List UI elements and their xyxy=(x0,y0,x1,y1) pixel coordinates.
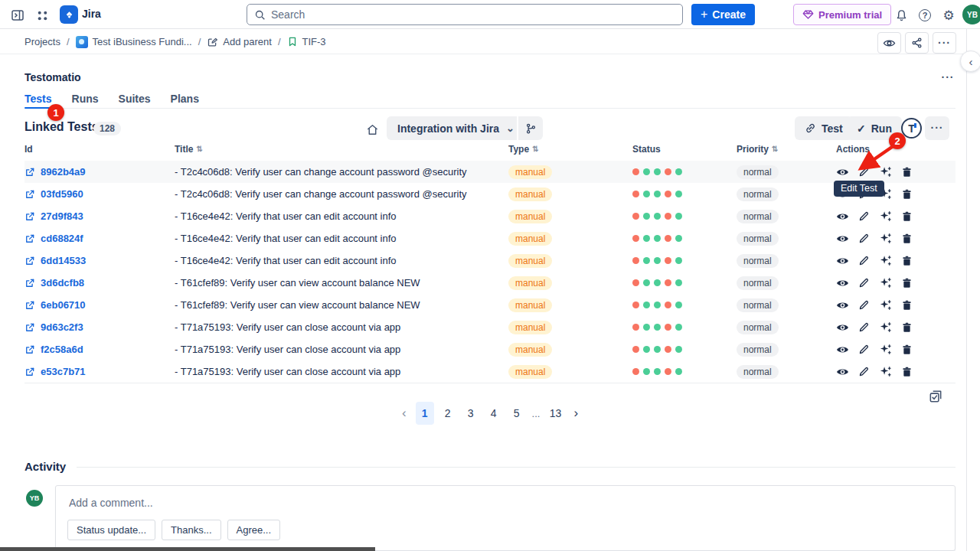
pagination-page-1[interactable]: 1 xyxy=(416,402,434,425)
table-row[interactable]: 8962b4a9 - T2c4c06d8: Verify user can ch… xyxy=(24,161,956,183)
page-more-icon[interactable]: ··· xyxy=(933,32,956,54)
pagination-page-2[interactable]: 2 xyxy=(439,402,457,425)
add-parent-button[interactable]: Add parent xyxy=(207,36,272,47)
edit-pencil-icon[interactable] xyxy=(858,254,871,267)
table-row[interactable]: 3d6dcfb8 - T61cfef89: Verify user can vi… xyxy=(24,272,956,294)
delete-trash-icon[interactable] xyxy=(900,165,913,178)
search-input[interactable] xyxy=(271,8,675,21)
edit-pencil-icon[interactable] xyxy=(858,343,871,356)
view-eye-icon[interactable] xyxy=(836,165,849,178)
pagination-page-4[interactable]: 4 xyxy=(485,402,503,425)
premium-trial-button[interactable]: Premium trial xyxy=(793,4,891,25)
pagination-next-icon[interactable]: › xyxy=(569,406,583,421)
test-id-link[interactable]: 9d63c2f3 xyxy=(41,321,83,333)
test-id-link[interactable]: 03fd5960 xyxy=(41,188,83,200)
table-row[interactable]: 6dd14533 - T16ce4e42: Verify that user c… xyxy=(24,249,956,272)
view-eye-icon[interactable] xyxy=(836,365,849,378)
quick-reply-chip[interactable]: Thanks... xyxy=(162,520,220,540)
panel-more-icon[interactable]: ··· xyxy=(937,69,959,86)
tab-suites[interactable]: Suites xyxy=(119,93,151,108)
column-header-type[interactable]: Type ⇅ xyxy=(508,144,539,155)
table-row[interactable]: f2c58a6d - T71a75193: Verify user can cl… xyxy=(24,338,956,360)
tab-runs[interactable]: Runs xyxy=(72,93,99,108)
delete-trash-icon[interactable] xyxy=(900,276,913,289)
comment-box[interactable]: Status update...Thanks...Agree... xyxy=(55,485,956,551)
user-avatar[interactable]: YB xyxy=(962,5,980,24)
test-id-link[interactable]: 6eb06710 xyxy=(41,299,86,311)
ai-sparkles-icon[interactable] xyxy=(879,165,892,178)
delete-trash-icon[interactable] xyxy=(900,232,913,245)
edit-pencil-icon[interactable] xyxy=(858,298,871,311)
edit-pencil-icon[interactable] xyxy=(858,365,871,378)
delete-trash-icon[interactable] xyxy=(900,365,913,378)
table-row[interactable]: 03fd5960 - T2c4c06d8: Verify user can ch… xyxy=(24,183,956,205)
notifications-bell-icon[interactable] xyxy=(891,5,911,25)
test-id-link[interactable]: f2c58a6d xyxy=(41,344,83,355)
share-icon[interactable] xyxy=(905,32,929,54)
view-eye-icon[interactable] xyxy=(836,298,849,311)
view-eye-icon[interactable] xyxy=(836,210,849,223)
ai-sparkles-icon[interactable] xyxy=(879,254,892,267)
view-eye-icon[interactable] xyxy=(836,343,849,356)
table-row[interactable]: 9d63c2f3 - T71a75193: Verify user can cl… xyxy=(24,316,956,338)
jira-logo-icon[interactable] xyxy=(60,5,78,24)
link-test-button[interactable]: Test xyxy=(795,116,853,140)
quick-reply-chip[interactable]: Status update... xyxy=(67,520,155,540)
pagination-page-5[interactable]: 5 xyxy=(508,402,526,425)
view-eye-icon[interactable] xyxy=(836,254,849,267)
edit-pencil-icon[interactable] xyxy=(858,276,871,289)
test-id-link[interactable]: 8962b4a9 xyxy=(41,166,86,178)
test-id-link[interactable]: cd68824f xyxy=(41,233,83,244)
delete-trash-icon[interactable] xyxy=(900,321,913,334)
breadcrumb-issue[interactable]: TIF-3 xyxy=(287,36,326,47)
ai-sparkles-icon[interactable] xyxy=(879,321,892,334)
edit-pencil-icon[interactable] xyxy=(858,210,871,223)
branch-icon[interactable] xyxy=(517,116,543,140)
global-search[interactable] xyxy=(247,4,683,25)
test-id-link[interactable]: 3d6dcfb8 xyxy=(41,277,84,289)
create-button[interactable]: + Create xyxy=(691,4,755,25)
breadcrumb-project[interactable]: Test iBusiness Fundi... xyxy=(76,36,192,48)
ai-sparkles-icon[interactable] xyxy=(879,343,892,356)
comment-input[interactable] xyxy=(69,497,911,509)
home-icon[interactable] xyxy=(361,119,383,139)
view-eye-icon[interactable] xyxy=(836,232,849,245)
delete-trash-icon[interactable] xyxy=(900,343,913,356)
column-header-priority[interactable]: Priority ⇅ xyxy=(737,144,778,155)
ai-sparkles-icon[interactable] xyxy=(879,365,892,378)
edit-pencil-icon[interactable] xyxy=(858,232,871,245)
column-header-title[interactable]: Title ⇅ xyxy=(175,144,203,155)
ai-sparkles-icon[interactable] xyxy=(879,298,892,311)
sidebar-toggle-icon[interactable] xyxy=(8,5,28,25)
ai-sparkles-icon[interactable] xyxy=(879,276,892,289)
view-eye-icon[interactable] xyxy=(836,276,849,289)
pagination-page-13[interactable]: 13 xyxy=(546,402,564,425)
ai-sparkles-icon[interactable] xyxy=(879,210,892,223)
tab-plans[interactable]: Plans xyxy=(171,93,199,108)
delete-trash-icon[interactable] xyxy=(900,298,913,311)
view-eye-icon[interactable] xyxy=(836,321,849,334)
collapse-panel-icon[interactable]: ‹ xyxy=(960,51,980,72)
ai-sparkles-icon[interactable] xyxy=(879,232,892,245)
help-icon[interactable]: ? xyxy=(915,5,935,25)
delete-trash-icon[interactable] xyxy=(900,210,913,223)
pagination-page-3[interactable]: 3 xyxy=(462,402,480,425)
edit-pencil-icon[interactable] xyxy=(858,321,871,334)
delete-trash-icon[interactable] xyxy=(900,187,913,201)
breadcrumb-projects[interactable]: Projects xyxy=(24,36,60,47)
settings-gear-icon[interactable]: ⚙ xyxy=(939,5,959,25)
table-row[interactable]: e53c7b71 - T71a75193: Verify user can cl… xyxy=(24,360,956,383)
edit-pencil-icon[interactable] xyxy=(858,165,871,178)
app-switcher-icon[interactable] xyxy=(32,5,52,25)
test-id-link[interactable]: e53c7b71 xyxy=(41,366,86,377)
delete-trash-icon[interactable] xyxy=(900,254,913,267)
pagination-prev-icon[interactable]: ‹ xyxy=(397,406,411,421)
table-row[interactable]: 6eb06710 - T61cfef89: Verify user can vi… xyxy=(24,294,956,316)
table-row[interactable]: cd68824f - T16ce4e42: Verify that user c… xyxy=(24,227,956,249)
tab-tests[interactable]: Tests xyxy=(24,93,52,108)
test-id-link[interactable]: 27d9f843 xyxy=(41,210,83,222)
branch-selector-dropdown[interactable]: Integration with Jira ⌄ xyxy=(387,116,525,140)
quick-reply-chip[interactable]: Agree... xyxy=(227,520,281,540)
test-id-link[interactable]: 6dd14533 xyxy=(41,255,86,266)
table-row[interactable]: 27d9f843 - T16ce4e42: Verify that user c… xyxy=(24,205,956,227)
